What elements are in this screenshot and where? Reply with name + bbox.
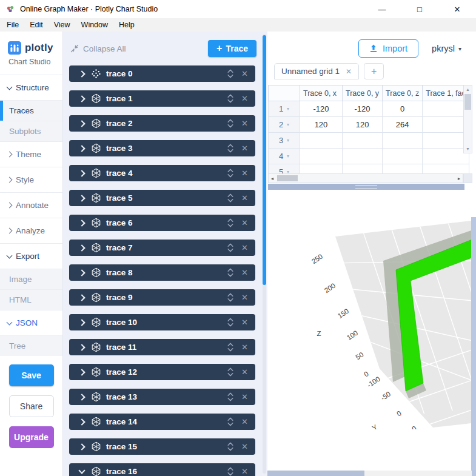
close-icon[interactable]: ✕ [241, 169, 248, 177]
table-cell[interactable]: 0 [383, 101, 423, 117]
close-icon[interactable]: ✕ [241, 244, 248, 252]
reorder-icon[interactable] [227, 268, 233, 277]
trace-row[interactable]: trace 6✕ [69, 215, 255, 231]
reorder-icon[interactable] [227, 94, 233, 103]
sidebar-item-html[interactable]: HTML [0, 289, 62, 310]
user-menu[interactable]: pkrysl ▾ [432, 44, 461, 53]
table-cell[interactable]: 120 [343, 117, 383, 133]
upgrade-button[interactable]: Upgrade [9, 426, 54, 448]
sidebar-item-export[interactable]: Export [0, 243, 62, 269]
collapse-all-button[interactable]: Collapse All [70, 44, 126, 53]
reorder-icon[interactable] [227, 69, 233, 78]
tab-unnamed-grid-1[interactable]: Unnamed grid 1 ✕ [274, 63, 359, 79]
grid-table[interactable]: Trace 0, xTrace 0, yTrace 0, zTrace 1, f… [268, 85, 469, 180]
reorder-icon[interactable] [227, 193, 233, 203]
trace-row[interactable]: trace 3✕ [69, 140, 255, 156]
reorder-icon[interactable] [227, 467, 233, 476]
table-vertical-scrollbar[interactable]: ▲ ▼ [463, 85, 472, 153]
column-header[interactable]: Trace 0, x [300, 85, 343, 101]
trace-row[interactable]: trace 16✕ [69, 463, 255, 476]
chevron-right-icon[interactable] [78, 344, 85, 350]
panel-resize-handle[interactable] [268, 184, 464, 190]
table-cell[interactable]: -120 [300, 101, 343, 117]
close-icon[interactable]: ✕ [241, 219, 248, 227]
chevron-right-icon[interactable] [78, 443, 85, 450]
chevron-right-icon[interactable] [78, 195, 85, 201]
sidebar-item-analyze[interactable]: Analyze [0, 218, 62, 243]
trace-row[interactable]: trace 10✕ [69, 314, 255, 330]
maximize-button[interactable]: □ [401, 0, 438, 18]
row-header[interactable]: 3▾ [269, 133, 300, 149]
chevron-right-icon[interactable] [78, 269, 85, 276]
close-icon[interactable]: ✕ [241, 393, 248, 401]
chevron-down-icon[interactable] [78, 467, 85, 474]
row-header[interactable]: 4▾ [269, 149, 300, 164]
trace-row[interactable]: trace 4✕ [69, 165, 255, 181]
trace-row[interactable]: trace 5✕ [69, 190, 255, 206]
close-icon[interactable]: ✕ [241, 194, 248, 202]
sidebar-item-traces[interactable]: Traces [0, 100, 62, 121]
trace-row[interactable]: trace 8✕ [69, 264, 255, 281]
trace-panel-scrollbar[interactable] [263, 34, 266, 474]
column-header[interactable]: Trace 0, z [383, 85, 423, 101]
trace-row[interactable]: trace 12✕ [69, 364, 255, 380]
close-icon[interactable]: ✕ [241, 368, 248, 376]
chevron-right-icon[interactable] [78, 319, 85, 326]
chevron-right-icon[interactable] [78, 145, 85, 152]
sidebar-item-tree[interactable]: Tree [0, 335, 62, 356]
caret-down-icon[interactable]: ▾ [287, 138, 289, 143]
chevron-right-icon[interactable] [78, 244, 85, 251]
trace-row[interactable]: trace 11✕ [69, 339, 255, 355]
close-button[interactable]: ✕ [438, 0, 476, 18]
caret-down-icon[interactable]: ▾ [287, 106, 289, 112]
scroll-left-icon[interactable]: ◄ [269, 176, 276, 181]
menu-item-view[interactable]: View [49, 21, 76, 29]
sidebar-item-structure[interactable]: Structure [0, 75, 62, 100]
column-header[interactable]: Trace 1, fac [423, 85, 469, 101]
tab-close-icon[interactable]: ✕ [346, 67, 352, 76]
panel-right-scrollbar[interactable] [471, 217, 476, 476]
share-button[interactable]: Share [9, 395, 54, 417]
table-cell[interactable] [423, 149, 469, 164]
chevron-right-icon[interactable] [78, 70, 85, 77]
trace-row[interactable]: trace 14✕ [69, 414, 255, 430]
table-cell[interactable] [423, 133, 469, 149]
scrollbar-thumb[interactable] [464, 94, 471, 110]
reorder-icon[interactable] [227, 417, 233, 426]
reorder-icon[interactable] [227, 367, 233, 377]
sidebar-item-theme[interactable]: Theme [0, 141, 62, 167]
scrollbar-thumb[interactable] [267, 471, 364, 476]
row-header[interactable]: 1▾ [269, 101, 300, 117]
menu-item-window[interactable]: Window [76, 21, 113, 29]
table-cell[interactable] [343, 133, 383, 149]
close-icon[interactable]: ✕ [241, 343, 248, 351]
column-header[interactable]: Trace 0, y [343, 85, 383, 101]
table-cell[interactable]: 264 [383, 117, 423, 133]
caret-down-icon[interactable]: ▾ [287, 122, 289, 127]
save-button[interactable]: Save [9, 364, 54, 386]
trace-row[interactable]: trace 13✕ [69, 389, 255, 405]
chevron-right-icon[interactable] [78, 120, 85, 127]
scrollbar-thumb[interactable] [277, 175, 298, 181]
chevron-right-icon[interactable] [78, 418, 85, 425]
menu-item-file[interactable]: File [1, 21, 24, 29]
plot-3d-scene[interactable]: 250200150100500-100-500Y0Z [267, 217, 476, 429]
reorder-icon[interactable] [227, 169, 233, 178]
reorder-icon[interactable] [227, 318, 233, 327]
trace-row[interactable]: trace 0✕ [69, 65, 255, 82]
scroll-right-icon[interactable]: ► [455, 176, 463, 181]
trace-row[interactable]: trace 9✕ [69, 289, 255, 306]
table-cell[interactable] [383, 133, 423, 149]
add-trace-button[interactable]: + Trace [208, 40, 256, 57]
reorder-icon[interactable] [227, 442, 233, 451]
scrollbar-thumb[interactable] [263, 35, 266, 285]
close-icon[interactable]: ✕ [241, 95, 248, 102]
close-icon[interactable]: ✕ [241, 144, 248, 152]
table-cell[interactable]: 120 [300, 117, 343, 133]
reorder-icon[interactable] [227, 218, 233, 227]
close-icon[interactable]: ✕ [241, 269, 248, 277]
chevron-right-icon[interactable] [78, 170, 85, 176]
close-icon[interactable]: ✕ [241, 318, 248, 326]
trace-row[interactable]: trace 7✕ [69, 240, 255, 256]
scroll-down-icon[interactable]: ▼ [464, 145, 472, 153]
